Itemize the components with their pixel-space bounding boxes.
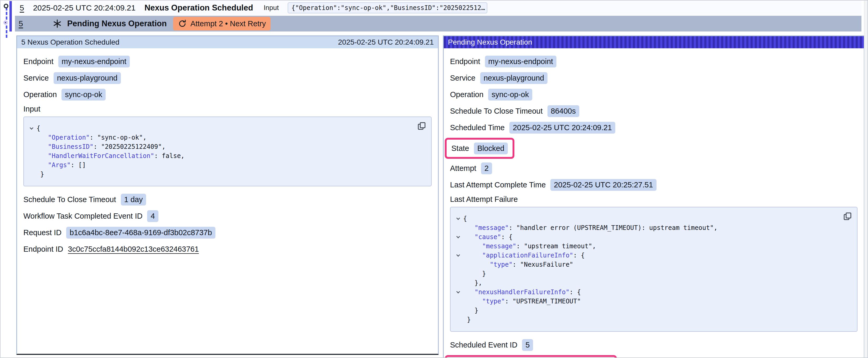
collapse-chevron-icon[interactable] — [453, 232, 463, 242]
scheduled-panel-header: 5 Nexus Operation Scheduled 2025-02-25 U… — [17, 36, 438, 48]
field-label: Endpoint — [450, 57, 480, 66]
pending-panel-title: Pending Nexus Operation — [448, 38, 532, 46]
code-gutter — [453, 306, 463, 315]
field-value-badge: 1 day — [121, 194, 146, 205]
code-line: } — [453, 315, 852, 324]
copy-icon — [417, 121, 426, 131]
code-line: }, — [453, 279, 852, 288]
code-line: "Operation": "sync-op-ok", — [27, 133, 426, 142]
field-label: Schedule To Close Timeout — [23, 195, 116, 204]
pending-event-title: Pending Nexus Operation — [67, 19, 167, 28]
page-scroll-gutter[interactable] — [864, 1, 867, 357]
code-gutter — [27, 142, 36, 152]
code-line: } — [453, 306, 852, 315]
field-label: Endpoint ID — [23, 245, 63, 254]
event-input-label: Input — [264, 4, 279, 12]
field-value-badge: sync-op-ok — [61, 89, 105, 100]
field-label: Workflow Task Completed Event ID — [23, 212, 143, 221]
field-value-badge: 2025-02-25 UTC 20:24:09.21 — [509, 122, 615, 134]
code-text: "BusinessID": "20250225122409", — [36, 142, 165, 152]
code-text: "HandlerWaitForCancellation": false, — [36, 152, 185, 161]
field-endpoint: Endpoint my-nexus-endpoint — [450, 55, 858, 68]
code-line: "HandlerWaitForCancellation": false, — [27, 152, 426, 161]
pending-event-id-link[interactable]: 5 — [19, 19, 23, 28]
code-line: "type": "NexusFailure" — [453, 260, 852, 269]
scheduled-event-panel: 5 Nexus Operation Scheduled 2025-02-25 U… — [16, 35, 439, 355]
field-label: State — [451, 144, 469, 153]
field-endpoint-id: Endpoint ID 3c0c75ccfa8144b092c13ce63246… — [23, 243, 432, 255]
event-row-pending[interactable]: 5 Pending Nexus Operation Attempt 2 • Ne… — [15, 16, 862, 32]
code-gutter — [27, 152, 36, 161]
failure-code-lines: { "message": "handler error (UPSTREAM_TI… — [453, 214, 852, 324]
code-text: } — [36, 170, 44, 179]
code-gutter — [453, 242, 463, 251]
code-text: "cause": { — [463, 232, 513, 242]
collapse-chevron-icon[interactable] — [27, 124, 36, 133]
state-highlight-box: State Blocked — [445, 138, 515, 159]
scheduled-panel-title: 5 Nexus Operation Scheduled — [21, 38, 120, 46]
field-value-badge: 5 — [522, 339, 533, 351]
code-line: "cause": { — [453, 232, 852, 242]
code-text: "applicationFailureInfo": { — [463, 251, 585, 260]
code-text: "type": "NexusFailure" — [463, 260, 573, 269]
field-label: Attempt — [450, 164, 476, 173]
field-label: Scheduled Time — [450, 123, 505, 132]
field-label: Scheduled Event ID — [450, 341, 517, 349]
code-text: } — [463, 315, 471, 324]
code-gutter — [453, 260, 463, 269]
event-id-link[interactable]: 5 — [20, 3, 24, 12]
field-label: Service — [450, 74, 475, 83]
input-code-block: { "Operation": "sync-op-ok", "BusinessID… — [23, 117, 432, 186]
code-text: } — [463, 306, 478, 315]
scheduled-panel-timestamp: 2025-02-25 UTC 20:24:09.21 — [338, 38, 434, 46]
copy-button[interactable] — [417, 121, 426, 131]
field-value-badge: 2025-02-25 UTC 20:25:27.51 — [550, 179, 656, 191]
failure-code-block: { "message": "handler error (UPSTREAM_TI… — [450, 207, 858, 332]
pending-panel-body: Endpoint my-nexus-endpoint Service nexus… — [444, 48, 864, 358]
field-endpoint: Endpoint my-nexus-endpoint — [23, 55, 432, 68]
field-value-badge: my-nexus-endpoint — [58, 56, 130, 67]
code-text: "nexusHandlerFailureInfo": { — [463, 288, 581, 297]
code-line: } — [27, 170, 426, 179]
copy-button[interactable] — [843, 211, 852, 221]
code-line: "Args": [] — [27, 161, 426, 170]
collapse-chevron-icon[interactable] — [453, 251, 463, 260]
code-text: } — [463, 269, 486, 279]
attempt-retry-badge: Attempt 2 • Next Retry — [173, 17, 271, 30]
blocked-reason-highlight-box: Blocked Reason The circuit breaker is op… — [445, 355, 617, 358]
collapse-chevron-icon[interactable] — [453, 288, 463, 297]
scheduled-panel-body: Endpoint my-nexus-endpoint Service nexus… — [17, 48, 438, 266]
code-line: "type": "UPSTREAM_TIMEOUT" — [453, 297, 852, 306]
field-schedule-to-close-timeout: Schedule To Close Timeout 1 day — [23, 193, 432, 206]
field-label: Request ID — [23, 228, 61, 237]
code-text: "Args": [] — [36, 161, 86, 170]
field-attempt: Attempt 2 — [450, 162, 858, 174]
code-line: "BusinessID": "20250225122409", — [27, 142, 426, 152]
field-workflow-task-completed-event-id: Workflow Task Completed Event ID 4 — [23, 210, 432, 222]
code-gutter — [27, 161, 36, 170]
collapse-chevron-icon[interactable] — [453, 214, 463, 223]
code-text: "message": "upstream timeout", — [463, 242, 596, 251]
field-scheduled-time: Scheduled Time 2025-02-25 UTC 20:24:09.2… — [450, 121, 858, 134]
code-line: "applicationFailureInfo": { — [453, 251, 852, 260]
field-value-badge: 4 — [147, 210, 158, 222]
code-gutter — [453, 315, 463, 324]
field-value-badge: nexus-playground — [54, 72, 121, 84]
field-label: Operation — [450, 90, 484, 99]
field-service: Service nexus-playground — [23, 72, 432, 84]
field-label: Endpoint — [23, 57, 54, 66]
code-gutter — [453, 297, 463, 306]
field-value-badge: sync-op-ok — [488, 89, 532, 100]
code-text: "message": "handler error (UPSTREAM_TIME… — [463, 223, 717, 232]
event-input-preview[interactable]: {"Operation":"sync-op-ok","BusinessID":"… — [288, 2, 487, 13]
code-gutter — [453, 223, 463, 232]
endpoint-id-link[interactable]: 3c0c75ccfa8144b092c13ce632463761 — [68, 245, 199, 254]
event-row-scheduled[interactable]: 5 2025-02-25 UTC 20:24:09.21 Nexus Opera… — [15, 1, 862, 15]
field-state: State Blocked — [451, 142, 508, 155]
input-code-lines: { "Operation": "sync-op-ok", "BusinessID… — [27, 124, 426, 179]
field-request-id: Request ID b1c6a4bc-8ee7-468a-9169-df3b0… — [23, 226, 432, 239]
event-title: Nexus Operation Scheduled — [145, 3, 253, 12]
field-label: Service — [23, 74, 49, 83]
last-attempt-failure-label: Last Attempt Failure — [450, 195, 858, 204]
copy-icon — [843, 211, 852, 221]
